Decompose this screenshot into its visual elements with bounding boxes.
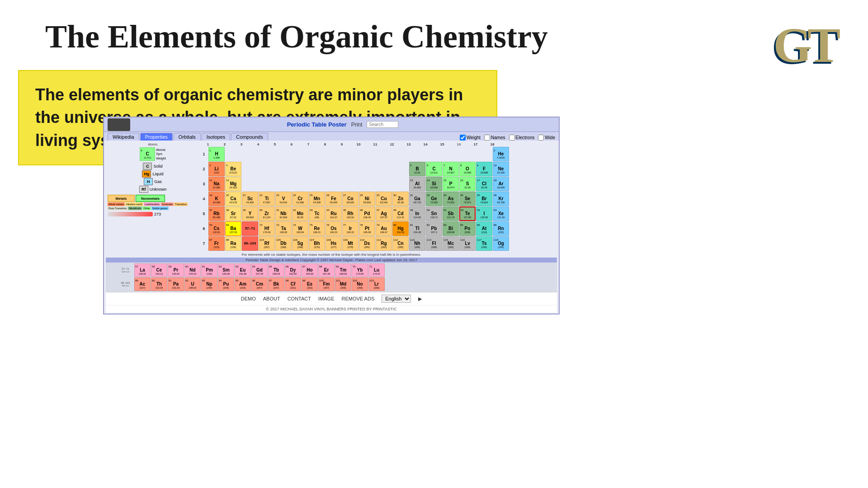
element-Cs[interactable]: 55Cs132.91	[208, 221, 225, 236]
element-Co[interactable]: 27Co58.933	[342, 192, 359, 206]
element-Ho[interactable]: 67Ho164.93	[302, 263, 318, 277]
element-Mt[interactable]: 109Mt(278)	[342, 236, 359, 251]
element-Zr[interactable]: 40Zr91.224	[259, 206, 275, 221]
element-Sb[interactable]: 51Sb121.76	[443, 206, 459, 221]
remove-ads-link[interactable]: REMOVE ADS	[341, 296, 374, 301]
element-Rh[interactable]: 45Rh102.91	[342, 206, 359, 221]
element-Db[interactable]: 105Db(268)	[275, 236, 292, 251]
element-Te[interactable]: 52Te127.60	[459, 206, 476, 221]
tab-properties[interactable]: Properties	[140, 133, 173, 141]
element-Rf[interactable]: 104Rf(267)	[259, 236, 275, 251]
element-Fm[interactable]: 100Fm(257)	[318, 277, 335, 291]
element-Fl[interactable]: 114Fl(289)	[426, 236, 442, 251]
element-Sc[interactable]: 21Sc44.956	[242, 192, 258, 206]
element-Np[interactable]: 93Np(244)	[201, 277, 217, 291]
element-C[interactable]: 6C12.011	[426, 162, 442, 176]
element-Ar[interactable]: 18Ar39.948	[493, 177, 509, 191]
element-Fr[interactable]: 87Fr(223)	[208, 236, 225, 251]
element-Lu[interactable]: 71Lu174.97	[368, 263, 385, 277]
element-Es[interactable]: 99Es(252)	[302, 277, 318, 291]
element-Ca[interactable]: 20Ca40.078	[225, 192, 241, 206]
element-Ac[interactable]: 89Ac(227)	[134, 277, 151, 291]
element-Al[interactable]: 13Al26.982	[409, 177, 425, 191]
element-Yb[interactable]: 70Yb173.05	[352, 263, 368, 277]
element-Rg[interactable]: 111Rg(282)	[376, 236, 392, 251]
element-Tc[interactable]: 43Tc(98)	[309, 206, 325, 221]
element-Ta[interactable]: 73Ta180.95	[275, 221, 292, 236]
element-Ba[interactable]: 56Ba137.33	[225, 221, 241, 236]
element-Ag[interactable]: 47Ag107.87	[376, 206, 392, 221]
element-W[interactable]: 74W183.84	[292, 221, 308, 236]
tab-wikipedia[interactable]: Wikipedia	[108, 133, 139, 141]
wide-option[interactable]: Wide	[538, 135, 555, 141]
element-La[interactable]: 57La138.91	[134, 263, 151, 277]
element-Ts[interactable]: 117Ts(294)	[476, 236, 492, 251]
language-select[interactable]: English	[382, 295, 411, 303]
element-Dy[interactable]: 66Dy162.50	[285, 263, 301, 277]
element-N[interactable]: 7N14.007	[443, 162, 459, 176]
element-Li[interactable]: 3Li6.94	[208, 162, 225, 176]
element-Au[interactable]: 79Au196.97	[376, 221, 392, 236]
element-Mc[interactable]: 115Mc(290)	[443, 236, 459, 251]
element-Cr[interactable]: 24Cr51.996	[292, 192, 308, 206]
element-H[interactable]: 1H1.008	[208, 147, 225, 161]
element-Ru[interactable]: 44Ru101.07	[326, 206, 342, 221]
element-Rb[interactable]: 37Rb85.468	[208, 206, 225, 221]
element-Br[interactable]: 35Br79.904	[476, 192, 492, 206]
element-In[interactable]: 49In114.82	[409, 206, 425, 221]
element-He[interactable]: 2He4.0026	[493, 147, 509, 161]
element-Ti[interactable]: 22Ti47.867	[259, 192, 275, 206]
element-Cm[interactable]: 96Cm(247)	[251, 277, 268, 291]
element-Ni[interactable]: 28Ni58.693	[359, 192, 375, 206]
element-Bh[interactable]: 107Bh(270)	[309, 236, 325, 251]
element-Xe[interactable]: 54Xe131.29	[493, 206, 509, 221]
element-Pr[interactable]: 59Pr140.91	[168, 263, 184, 277]
element-Ge[interactable]: 32Ge72.630	[426, 192, 442, 206]
element-Po[interactable]: 84Po(209)	[459, 221, 476, 236]
element-Hs[interactable]: 108Hs(277)	[326, 236, 342, 251]
about-link[interactable]: ABOUT	[263, 296, 280, 301]
element-Eu[interactable]: 63Eu151.96	[235, 263, 251, 277]
element-K[interactable]: 19K39.098	[208, 192, 225, 206]
element-lanthanides-ref[interactable]: 57–71	[242, 221, 258, 236]
element-Cu[interactable]: 29Cu63.546	[376, 192, 392, 206]
element-As[interactable]: 33As74.922	[443, 192, 459, 206]
tab-orbitals[interactable]: Orbitals	[174, 133, 201, 141]
element-Os[interactable]: 76Os190.23	[326, 221, 342, 236]
element-Ir[interactable]: 77Ir192.22	[342, 221, 359, 236]
element-Nb[interactable]: 41Nb92.906	[275, 206, 292, 221]
weight-option[interactable]: Weight	[460, 135, 481, 141]
element-F[interactable]: 9F18.998	[476, 162, 492, 176]
element-Ra[interactable]: 88Ra(226)	[225, 236, 241, 251]
element-U[interactable]: 92U238.03	[184, 277, 201, 291]
element-At[interactable]: 85At(210)	[476, 221, 492, 236]
element-B[interactable]: 5B10.81	[409, 162, 425, 176]
demo-link[interactable]: DEMO	[241, 296, 256, 301]
element-Hg[interactable]: 80Hg200.59	[392, 221, 409, 236]
element-Na[interactable]: 11Na22.990	[208, 177, 225, 191]
contact-link[interactable]: CONTACT	[288, 296, 311, 301]
element-Sn[interactable]: 50Sn118.71	[426, 206, 442, 221]
element-Pt[interactable]: 78Pt195.08	[359, 221, 375, 236]
element-S[interactable]: 16S32.06	[459, 177, 476, 191]
element-Ga[interactable]: 31Ga69.723	[409, 192, 425, 206]
element-Nh[interactable]: 113Nh(286)	[409, 236, 425, 251]
element-Bk[interactable]: 97Bk(247)	[268, 277, 284, 291]
element-Y[interactable]: 39Y88.906	[242, 206, 258, 221]
element-Tm[interactable]: 69Tm168.93	[335, 263, 351, 277]
element-Sm[interactable]: 62Sm150.36	[218, 263, 234, 277]
element-Tl[interactable]: 81Tl204.38	[409, 221, 425, 236]
element-Pa[interactable]: 91Pa231.04	[168, 277, 184, 291]
element-Og[interactable]: 118Og(294)	[493, 236, 509, 251]
element-O[interactable]: 8O15.999	[459, 162, 476, 176]
image-link[interactable]: IMAGE	[318, 296, 334, 301]
element-Mg[interactable]: 12Mg24.305	[225, 177, 241, 191]
element-Ne[interactable]: 10Ne20.180	[493, 162, 509, 176]
lang-arrow[interactable]: ▶	[418, 296, 422, 302]
element-Cd[interactable]: 48Cd112.41	[392, 206, 409, 221]
element-Pu[interactable]: 94Pu(244)	[218, 277, 234, 291]
element-Th[interactable]: 90Th232.04	[151, 277, 167, 291]
element-Er[interactable]: 68Er167.26	[318, 263, 335, 277]
element-Rn[interactable]: 86Rn(222)	[493, 221, 509, 236]
tab-compounds[interactable]: Compounds	[231, 133, 268, 141]
